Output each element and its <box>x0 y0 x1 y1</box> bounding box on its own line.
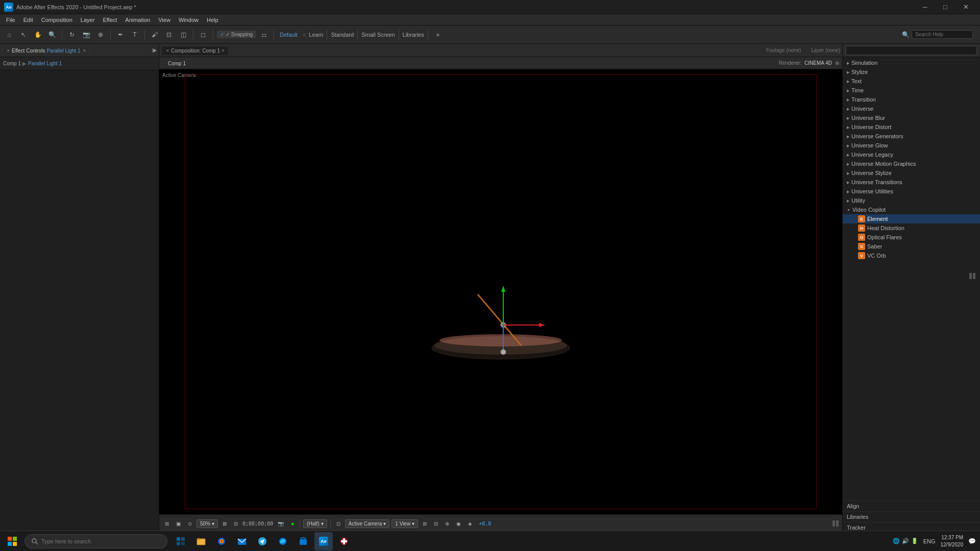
effects-cat-time[interactable]: Time <box>843 86 980 95</box>
menu-view[interactable]: View <box>154 16 175 24</box>
network-icon[interactable]: 🌐 <box>893 538 900 544</box>
menu-window[interactable]: Window <box>175 16 203 24</box>
help-search-input[interactable] <box>912 30 973 39</box>
viewer-region-btn[interactable]: ▣ <box>174 520 183 528</box>
effects-cat-text[interactable]: Text <box>843 77 980 86</box>
toolbar-workspace-default[interactable]: Default <box>278 32 300 38</box>
toolbar-orbit-btn[interactable]: ⊕ <box>94 29 107 41</box>
effects-cat-transition[interactable]: Transition <box>843 95 980 104</box>
quality-dropdown[interactable]: (Half) ▾ <box>303 519 327 528</box>
menu-file[interactable]: File <box>2 16 19 24</box>
toolbar-workspace-libraries[interactable]: Libraries <box>403 32 424 38</box>
toolbar-text-btn[interactable]: T <box>129 29 141 41</box>
effects-item-element[interactable]: E Element <box>843 214 980 223</box>
notification-icon[interactable]: 💬 <box>968 538 976 545</box>
viewer-camera-btn[interactable]: 📷 <box>275 520 286 528</box>
viewer-grid-btn[interactable]: ⊞ <box>162 520 172 528</box>
effects-cat-universe-distort[interactable]: Universe Distort <box>843 122 980 132</box>
viewer-fit-btn[interactable]: ⊠ <box>220 520 229 528</box>
toolbar-shape-btn[interactable]: ◻ <box>197 29 209 41</box>
menu-edit[interactable]: Edit <box>19 16 37 24</box>
effects-cat-universe-stylize[interactable]: Universe Stylize <box>843 168 980 178</box>
viewer-alpha-btn[interactable]: ⊙ <box>185 520 194 528</box>
menu-effect[interactable]: Effect <box>99 16 121 24</box>
effects-cat-universe-generators[interactable]: Universe Generators <box>843 132 980 141</box>
comp-tab-menu[interactable]: ≡ <box>222 48 224 53</box>
effects-item-vc-orb[interactable]: V VC Orb <box>843 251 980 260</box>
taskbar-search-input[interactable] <box>41 538 143 544</box>
viewer-snap-btn[interactable]: ◉ <box>454 520 463 528</box>
menu-animation[interactable]: Animation <box>121 16 154 24</box>
toolbar-brush-btn[interactable]: 🖌 <box>149 29 161 41</box>
effects-cat-stylize[interactable]: Stylize <box>843 67 980 77</box>
close-button[interactable]: ✕ <box>955 0 976 14</box>
maximize-button[interactable]: □ <box>935 0 955 14</box>
snapping-toggle[interactable]: ✓ ✓ Snapping <box>217 31 256 38</box>
title-controls[interactable]: ─ □ ✕ <box>915 0 976 14</box>
breadcrumb-comp[interactable]: Comp 1 <box>3 61 21 66</box>
viewer-layout-btn2[interactable]: ⊟ <box>431 520 440 528</box>
menu-help[interactable]: Help <box>203 16 223 24</box>
effects-cat-video-copilot[interactable]: Video Copilot <box>843 205 980 214</box>
toolbar-pen-btn[interactable]: ✒ <box>114 29 127 41</box>
toolbar-zoom-btn[interactable]: 🔍 <box>46 29 58 41</box>
effects-item-optical-flares[interactable]: O Optical Flares <box>843 233 980 242</box>
taskbar-search[interactable] <box>24 534 167 548</box>
effects-cat-universe-motion-graphics[interactable]: Universe Motion Graphics <box>843 159 980 168</box>
toolbar-workspace-standard[interactable]: Standard <box>331 32 354 38</box>
toolbar-camera-btn[interactable]: 📷 <box>80 29 92 41</box>
toolbar-stamp-btn[interactable]: ⊡ <box>163 29 175 41</box>
effects-cat-universe-utilities[interactable]: Universe Utilities <box>843 187 980 196</box>
effects-item-heat-distortion[interactable]: H Heat Distortion <box>843 223 980 233</box>
viewer-crop-btn[interactable]: ⊟ <box>231 520 240 528</box>
comp-controls-tab[interactable]: ✕ Composition: Comp 1 ≡ <box>161 46 229 55</box>
menu-layer[interactable]: Layer <box>77 16 99 24</box>
effects-cat-simulation[interactable]: Simulation <box>843 58 980 67</box>
taskbar-explorer[interactable] <box>192 532 210 550</box>
taskbar-firefox[interactable] <box>212 532 231 550</box>
toolbar-arrow-btn[interactable]: ↖ <box>17 29 30 41</box>
toolbar-hand-btn[interactable]: ✋ <box>32 29 44 41</box>
battery-icon[interactable]: 🔋 <box>911 538 918 544</box>
taskbar-task-view[interactable] <box>172 532 190 550</box>
effects-cat-utility[interactable]: Utility <box>843 196 980 205</box>
toolbar-eraser-btn[interactable]: ◫ <box>177 29 189 41</box>
panel-expand-btn[interactable]: ▶ <box>153 47 157 54</box>
toolbar-workspace-smallscreen[interactable]: Small Screen <box>361 32 395 38</box>
view-mode-dropdown[interactable]: 1 View ▾ <box>391 519 418 528</box>
effects-item-saber[interactable]: S Saber <box>843 242 980 251</box>
effect-controls-tab[interactable]: ✕ Effect Controls Parallel Light 1 ≡ <box>2 46 90 55</box>
effects-cat-universe-blur[interactable]: Universe Blur <box>843 113 980 122</box>
toolbar-home-btn[interactable]: ⌂ <box>3 29 15 41</box>
taskbar-mail[interactable] <box>233 532 251 550</box>
effects-search-input[interactable] <box>846 46 977 55</box>
viewer-render-btn[interactable]: ◈ <box>465 520 475 528</box>
snapping-checkbox[interactable]: ✓ <box>220 32 224 37</box>
effects-cat-universe[interactable]: Universe <box>843 104 980 113</box>
toolbar-rotate-btn[interactable]: ↻ <box>66 29 78 41</box>
effects-cat-universe-glow[interactable]: Universe Glow <box>843 141 980 150</box>
taskbar-clock[interactable]: 12:37 PM 12/9/2020 <box>941 534 964 548</box>
camera-dropdown[interactable]: Active Camera ▾ <box>345 519 390 528</box>
toolbar-workspace-learn[interactable]: Learn <box>309 32 323 38</box>
composition-viewer[interactable]: Active Camera <box>159 69 842 514</box>
comp1-tab[interactable]: Comp 1 <box>162 59 191 68</box>
volume-icon[interactable]: 🔊 <box>902 538 909 544</box>
effects-cat-universe-transitions[interactable]: Universe Transitions <box>843 178 980 187</box>
taskbar-store[interactable] <box>294 532 312 550</box>
start-button[interactable] <box>0 531 24 552</box>
toolbar-more-workspaces-btn[interactable]: » <box>432 29 444 41</box>
zoom-dropdown[interactable]: 50% ▾ <box>197 519 218 528</box>
comp-controls-close[interactable]: ✕ <box>166 48 169 53</box>
viewer-color-btn[interactable]: ● <box>288 520 297 528</box>
menu-composition[interactable]: Composition <box>37 16 77 24</box>
renderer-expand-icon[interactable]: ⊕ <box>835 60 839 66</box>
taskbar-telegram[interactable] <box>253 532 272 550</box>
effects-cat-universe-legacy[interactable]: Universe Legacy <box>843 150 980 159</box>
tab-close-icon[interactable]: ✕ <box>7 48 10 53</box>
taskbar-extra[interactable] <box>335 532 353 550</box>
minimize-button[interactable]: ─ <box>915 0 935 14</box>
viewer-3d-btn[interactable]: ⊕ <box>443 520 452 528</box>
tab-menu-icon[interactable]: ≡ <box>83 48 86 53</box>
taskbar-edge[interactable] <box>274 532 292 550</box>
